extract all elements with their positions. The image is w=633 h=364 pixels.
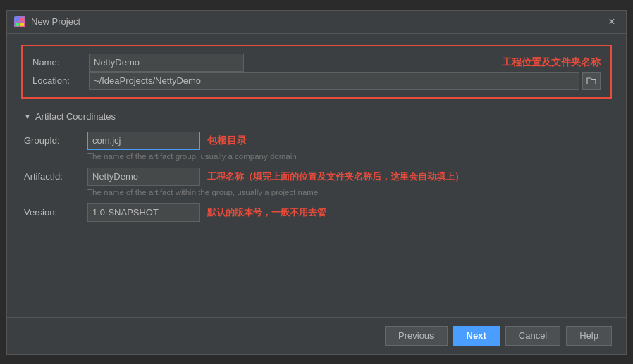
artifactid-label: ArtifactId: (24, 171, 87, 182)
groupid-hint: The name of the artifact group, usually … (87, 152, 609, 161)
cancel-button[interactable]: Cancel (505, 326, 560, 346)
svg-rect-1 (20, 18, 24, 21)
version-row: Version: 默认的版本号，一般不用去管 (24, 203, 609, 222)
version-annotation: 默认的版本号，一般不用去管 (207, 206, 326, 219)
title-bar: New Project × (7, 11, 626, 34)
collapse-icon[interactable]: ▼ (24, 113, 31, 120)
artifact-section: ▼ Artifact Coordinates GroupId: 包根目录 The… (21, 111, 612, 222)
close-button[interactable]: × (605, 15, 619, 29)
help-button[interactable]: Help (566, 326, 612, 346)
groupid-input[interactable] (87, 132, 200, 150)
groupid-row: GroupId: 包根目录 (24, 132, 609, 150)
artifactid-hint: The name of the artifact within the grou… (87, 188, 609, 196)
dialog-title: New Project (31, 16, 599, 27)
artifactid-row: ArtifactId: 工程名称（填完上面的位置及文件夹名称后，这里会自动填上） (24, 168, 609, 186)
groupid-label: GroupId: (24, 135, 87, 146)
location-input[interactable] (89, 72, 579, 90)
groupid-annotation: 包根目录 (207, 134, 247, 147)
location-label: Location: (32, 75, 89, 86)
name-input[interactable] (89, 54, 244, 72)
svg-rect-3 (20, 23, 24, 26)
dialog-footer: Previous Next Cancel Help (7, 317, 626, 354)
name-annotation: 工程位置及文件夹名称 (502, 56, 601, 69)
artifactid-input[interactable] (87, 168, 200, 186)
new-project-dialog: New Project × Name: 工程位置及文件夹名称 Location: (6, 10, 627, 355)
version-input[interactable] (87, 203, 200, 222)
location-row: Location: (32, 72, 601, 90)
name-row: Name: 工程位置及文件夹名称 (32, 54, 601, 72)
browse-button[interactable] (582, 72, 601, 90)
svg-rect-2 (16, 23, 19, 26)
name-label: Name: (32, 57, 89, 68)
app-icon (14, 16, 25, 27)
previous-button[interactable]: Previous (385, 326, 448, 346)
project-info-section: Name: 工程位置及文件夹名称 Location: (21, 45, 612, 99)
artifactid-annotation: 工程名称（填完上面的位置及文件夹名称后，这里会自动填上） (207, 170, 464, 183)
dialog-content: Name: 工程位置及文件夹名称 Location: (7, 34, 626, 317)
section-header: ▼ Artifact Coordinates (24, 111, 609, 122)
folder-icon (586, 77, 596, 85)
next-button[interactable]: Next (453, 326, 500, 346)
version-label: Version: (24, 207, 87, 218)
artifact-section-label: Artifact Coordinates (35, 111, 116, 122)
svg-rect-0 (16, 18, 19, 21)
